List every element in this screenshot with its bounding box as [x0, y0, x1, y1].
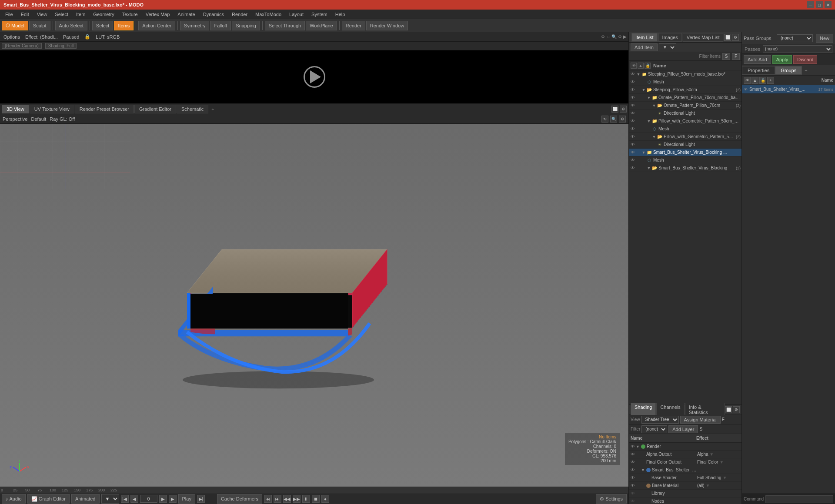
tab-render-preset[interactable]: Render Preset Browser: [75, 105, 134, 113]
shading-list-item[interactable]: 👁 Base Shader Full Shading ▼: [629, 474, 741, 482]
viewport-expand-button[interactable]: ⬜: [611, 106, 618, 113]
add-item-button[interactable]: Add Item: [631, 43, 658, 51]
shading-eye-icon[interactable]: 👁: [630, 444, 636, 450]
expand-icon[interactable]: ▼: [646, 95, 651, 100]
menu-animate[interactable]: Animate: [174, 11, 198, 18]
workplane-button[interactable]: WorkPlane: [306, 21, 337, 30]
shading-list-item[interactable]: 👁 Alpha Output Alpha ▼: [629, 451, 741, 458]
cache-deformers-button[interactable]: Cache Deformers: [217, 494, 262, 504]
visibility-icon[interactable]: 👁: [630, 165, 636, 171]
shading-eye-icon[interactable]: 👁: [630, 451, 636, 458]
frame-input[interactable]: [140, 495, 157, 503]
graph-editor-button[interactable]: 📈 Graph Editor: [27, 494, 70, 504]
visibility-icon[interactable]: 👁: [630, 118, 636, 124]
transport-btn-5[interactable]: ⏸: [302, 495, 310, 503]
shading-label[interactable]: Shading: Full: [45, 43, 77, 49]
shading-expand-icon[interactable]: ▼: [641, 468, 646, 472]
visibility-icon[interactable]: 👁: [630, 87, 636, 93]
tab-item-list[interactable]: Item List: [631, 33, 658, 42]
menu-select[interactable]: Select: [51, 11, 72, 18]
tab-info-stats[interactable]: Info & Statistics: [685, 403, 725, 417]
expand-icon[interactable]: ▼: [641, 150, 646, 155]
visibility-icon[interactable]: 👁: [630, 126, 636, 132]
tab-shading[interactable]: Shading: [631, 403, 656, 417]
filter-f-button[interactable]: F: [732, 53, 740, 60]
options-label[interactable]: Options: [2, 34, 22, 40]
visibility-icon[interactable]: 👁: [630, 142, 636, 148]
shading-eye-icon[interactable]: 👁: [630, 467, 636, 473]
shading-list-item[interactable]: 👁 Nodes: [629, 497, 741, 504]
visibility-icon[interactable]: 👁: [630, 103, 636, 109]
expand-icon[interactable]: ▼: [646, 166, 651, 171]
visibility-icon[interactable]: 👁: [630, 134, 636, 140]
maximize-button[interactable]: □: [816, 1, 823, 8]
sculpt-mode-button[interactable]: Sculpt: [29, 21, 50, 30]
filter-select[interactable]: (none): [641, 425, 667, 433]
visibility-icon[interactable]: 👁: [630, 71, 636, 77]
list-item[interactable]: 👁 ☀ Directional Light: [629, 141, 741, 149]
menu-system[interactable]: System: [308, 11, 331, 18]
tab-uv-texture[interactable]: UV Texture View: [30, 105, 74, 113]
list-item[interactable]: 👁 ▼ 📁 Ornate_Pattern_Pillow_70cm_modo_ba…: [629, 94, 741, 102]
animated-button[interactable]: Animated: [71, 494, 99, 504]
add-item-select[interactable]: ▼: [659, 43, 676, 51]
viewport-options-button[interactable]: ⚙: [619, 116, 626, 123]
action-center-button[interactable]: Action Center: [138, 21, 175, 30]
shading-settings-btn[interactable]: ⚙: [733, 406, 740, 413]
assign-material-button[interactable]: Assign Material: [680, 416, 721, 424]
add-tab-button[interactable]: +: [209, 105, 217, 113]
pass-groups-select[interactable]: (none): [777, 34, 813, 42]
tab-schematic[interactable]: Schematic: [177, 105, 208, 113]
shading-list-item[interactable]: 👁 Base Material (all) ▼: [629, 482, 741, 490]
viewport-settings-button[interactable]: ⚙: [620, 106, 627, 113]
groups-render-btn[interactable]: ▲: [752, 77, 758, 84]
menu-maxtomode[interactable]: MaxToModo: [252, 11, 285, 18]
list-item[interactable]: 👁 ▼ 📂 Smart_Bus_Shelter_Virus_Blocking (…: [629, 164, 741, 172]
render-window-button[interactable]: Render Window: [366, 21, 408, 30]
tab-properties[interactable]: Properties: [742, 66, 775, 75]
3d-viewport[interactable]: X Z Y No Items Polygons : Catmull-Clark …: [0, 124, 628, 487]
settings-button[interactable]: ⚙ Settings: [596, 494, 627, 504]
animation-select[interactable]: ▼: [101, 494, 119, 504]
shading-eye-icon[interactable]: 👁: [630, 498, 636, 504]
list-item[interactable]: 👁 ▼ 📂 Pillow_with_Geometric_Pattern_50cm…: [629, 133, 741, 141]
select-button[interactable]: Select: [92, 21, 114, 30]
add-props-tab-button[interactable]: +: [802, 66, 810, 74]
transport-btn-1[interactable]: ⏮: [264, 495, 272, 503]
groups-lock-btn[interactable]: 🔒: [759, 77, 766, 84]
audio-button[interactable]: ♪ Audio: [2, 494, 26, 504]
add-layer-button[interactable]: Add Layer: [668, 425, 698, 433]
shading-list-item[interactable]: 👁 Library: [629, 490, 741, 497]
render-button[interactable]: Render: [342, 21, 365, 30]
shading-eye-icon[interactable]: 👁: [630, 475, 636, 481]
symmetry-button[interactable]: Symmetry: [180, 21, 210, 30]
list-item[interactable]: 👁 ▼ 📂 Sleeping_Pillow_50cm (2): [629, 86, 741, 94]
tab-images[interactable]: Images: [658, 33, 682, 42]
tab-gradient-editor[interactable]: Gradient Editor: [134, 105, 176, 113]
shading-eye-icon[interactable]: 👁: [630, 483, 636, 489]
visibility-icon[interactable]: 👁: [630, 110, 636, 116]
snapping-button[interactable]: Snapping: [232, 21, 260, 30]
command-input[interactable]: [765, 495, 833, 503]
discard-button[interactable]: Discard: [793, 55, 817, 64]
skip-start-button[interactable]: |◀: [121, 495, 129, 503]
tab-channels[interactable]: Channels: [656, 403, 684, 417]
close-button[interactable]: ✕: [825, 1, 832, 8]
visibility-icon[interactable]: 👁: [630, 149, 636, 156]
view-default[interactable]: Default: [31, 116, 46, 122]
list-item[interactable]: 👁 ⬡ Mesh: [629, 125, 741, 133]
transport-btn-7[interactable]: ●: [321, 495, 329, 503]
viewport-zoom-button[interactable]: 🔍: [610, 116, 617, 123]
play-all-button[interactable]: ▶: [169, 495, 177, 503]
shading-eye-icon[interactable]: 👁: [630, 459, 636, 465]
viewport-reset-button[interactable]: ⟲: [601, 116, 608, 123]
render-camera-label[interactable]: (Render Camera): [2, 43, 42, 49]
auto-add-button[interactable]: Auto Add: [744, 55, 771, 64]
transport-btn-4[interactable]: ▶▶: [293, 495, 301, 503]
item-visibility-all-btn[interactable]: 👁: [631, 63, 637, 69]
falloff-button[interactable]: Falloff: [210, 21, 231, 30]
list-item[interactable]: 👁 ▼ 📂 Ornate_Pattern_Pillow_70cm (2): [629, 102, 741, 109]
menu-edit[interactable]: Edit: [17, 11, 33, 18]
menu-texture[interactable]: Texture: [119, 11, 141, 18]
expand-icon[interactable]: ▼: [641, 87, 646, 93]
